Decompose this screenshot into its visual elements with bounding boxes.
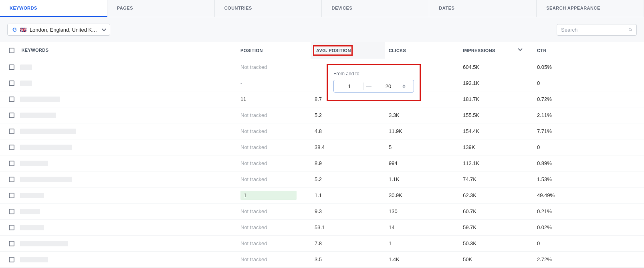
clicks-cell: 1.4K <box>385 252 459 268</box>
position-cell: Not tracked <box>236 59 311 75</box>
search-box[interactable] <box>557 24 637 36</box>
col-avg-position[interactable]: AVG. POSITION <box>311 42 385 59</box>
keyword-cell[interactable] <box>0 75 236 91</box>
avg-position-filter-popover[interactable]: From and to: — <box>327 64 421 101</box>
position-cell: Not tracked <box>236 171 311 187</box>
tab-countries[interactable]: COUNTRIES <box>215 0 322 17</box>
row-checkbox[interactable] <box>9 113 14 118</box>
col-clicks[interactable]: CLICKS <box>385 42 459 59</box>
avg-position-cell: 9.3 <box>311 204 385 220</box>
impressions-cell: 62.3K <box>459 187 533 204</box>
table-row[interactable]: Not tracked7.8150.3K0 <box>0 236 644 252</box>
row-checkbox[interactable] <box>9 209 14 214</box>
keyword-cell[interactable] <box>0 252 236 268</box>
table-row[interactable]: Not tracked4.811.9K154.4K7.71% <box>0 123 644 139</box>
keyword-cell[interactable] <box>0 107 236 123</box>
search-icon <box>628 27 632 32</box>
ctr-cell: 2.72% <box>533 252 644 268</box>
impressions-cell: 154.4K <box>459 123 533 139</box>
clicks-cell: 3.3K <box>385 107 459 123</box>
keyword-cell[interactable] <box>0 155 236 171</box>
table-row[interactable]: 11.130.9K62.3K49.49% <box>0 187 644 204</box>
keyword-cell[interactable] <box>0 91 236 107</box>
ctr-cell: 0.02% <box>533 220 644 236</box>
tabs-bar: KEYWORDSPAGESCOUNTRIESDEVICESDATESSEARCH… <box>0 0 644 17</box>
position-cell: Not tracked <box>236 123 311 139</box>
keyword-text-blurred <box>20 209 40 214</box>
keyword-text-blurred <box>20 145 72 150</box>
table-row[interactable]: Not tracked3.51.4K50K2.72% <box>0 252 644 268</box>
table-row[interactable]: -192.1K0 <box>0 75 644 91</box>
table-row[interactable]: Not tracked5.23.3K155.5K2.11% <box>0 107 644 123</box>
tab-dates[interactable]: DATES <box>429 0 537 17</box>
ctr-cell: 0.05% <box>533 59 644 75</box>
svg-rect-4 <box>20 29 26 30</box>
table-row[interactable]: Not tracked53.11459.7K0.02% <box>0 220 644 236</box>
tab-devices[interactable]: DEVICES <box>322 0 429 17</box>
row-checkbox[interactable] <box>9 225 14 230</box>
avg-position-cell: 8.9 <box>311 155 385 171</box>
col-position[interactable]: POSITION <box>236 42 311 59</box>
position-cell: Not tracked <box>236 204 311 220</box>
keyword-cell[interactable] <box>0 171 236 187</box>
tab-pages[interactable]: PAGES <box>107 0 215 17</box>
keyword-cell[interactable] <box>0 236 236 252</box>
stepper-down-icon[interactable] <box>402 87 406 88</box>
col-keywords-label: KEYWORDS <box>21 48 48 52</box>
range-from-input[interactable] <box>335 83 363 89</box>
impressions-cell: 50.3K <box>459 236 533 252</box>
search-input[interactable] <box>561 27 628 33</box>
google-icon: G <box>12 26 17 33</box>
row-checkbox[interactable] <box>9 161 14 166</box>
row-checkbox[interactable] <box>9 81 14 86</box>
keyword-cell[interactable] <box>0 220 236 236</box>
row-checkbox[interactable] <box>9 177 14 182</box>
tab-search-appearance[interactable]: SEARCH APPEARANCE <box>537 0 644 17</box>
impressions-cell: 181.7K <box>459 91 533 107</box>
keyword-cell[interactable] <box>0 59 236 75</box>
col-position-label: POSITION <box>240 48 263 53</box>
col-impressions[interactable]: IMPRESSIONS <box>459 42 533 59</box>
stepper-up-icon[interactable] <box>402 85 406 86</box>
chevron-down-icon <box>102 27 106 31</box>
position-cell: Not tracked <box>236 220 311 236</box>
keyword-cell[interactable] <box>0 187 236 204</box>
row-checkbox[interactable] <box>9 193 14 198</box>
impressions-cell: 60.7K <box>459 204 533 220</box>
table-row[interactable]: 118.71.3K181.7K0.72% <box>0 91 644 107</box>
table-row[interactable]: Not tracked5.21.1K74.7K1.53% <box>0 171 644 187</box>
select-all-checkbox[interactable] <box>9 48 14 53</box>
range-stepper[interactable] <box>402 85 409 88</box>
uk-flag-icon <box>20 28 26 32</box>
range-input[interactable]: — <box>333 80 414 93</box>
table-row[interactable]: Not tracked8.9994112.1K0.89% <box>0 155 644 171</box>
col-ctr[interactable]: CTR <box>533 42 644 59</box>
row-checkbox[interactable] <box>9 257 14 262</box>
row-checkbox[interactable] <box>9 97 14 102</box>
keyword-cell[interactable] <box>0 204 236 220</box>
col-avg-position-label: AVG. POSITION <box>316 48 351 53</box>
keyword-cell[interactable] <box>0 123 236 139</box>
clicks-cell: 11.9K <box>385 123 459 139</box>
location-dropdown[interactable]: G London, England, United K… <box>7 24 110 36</box>
row-checkbox[interactable] <box>9 64 14 70</box>
table-row[interactable]: Not tracked9.313060.7K0.21% <box>0 204 644 220</box>
keyword-text-blurred <box>20 225 44 230</box>
position-cell: 11 <box>236 91 311 107</box>
impressions-cell: 74.7K <box>459 171 533 187</box>
col-ctr-label: CTR <box>537 48 547 53</box>
row-checkbox[interactable] <box>9 129 14 134</box>
tab-keywords[interactable]: KEYWORDS <box>0 0 107 17</box>
range-to-input[interactable] <box>374 83 402 89</box>
table-row[interactable]: Not tracked38.45139K0 <box>0 139 644 155</box>
ctr-cell: 7.71% <box>533 123 644 139</box>
row-checkbox[interactable] <box>9 145 14 150</box>
table-row[interactable]: Not tracked604.5K0.05% <box>0 59 644 75</box>
impressions-cell: 155.5K <box>459 107 533 123</box>
col-keywords[interactable]: KEYWORDS <box>0 42 236 59</box>
row-checkbox[interactable] <box>9 241 14 246</box>
ctr-cell: 1.53% <box>533 171 644 187</box>
position-cell: 1 <box>236 187 311 204</box>
ctr-cell: 0.89% <box>533 155 644 171</box>
keyword-cell[interactable] <box>0 139 236 155</box>
